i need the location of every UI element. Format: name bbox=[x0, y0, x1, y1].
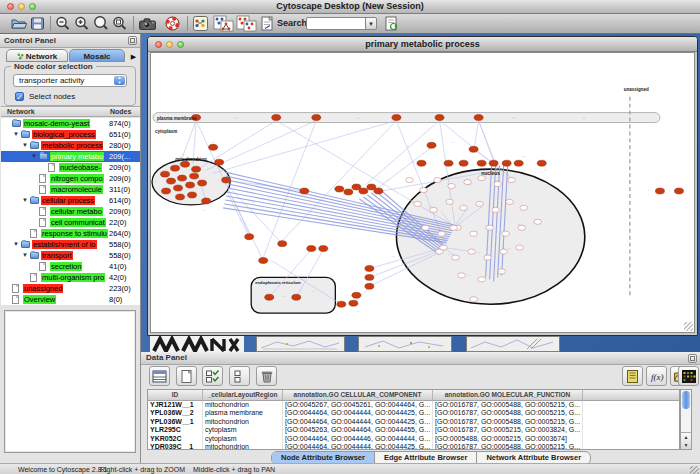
network-node[interactable] bbox=[162, 188, 171, 194]
disclosure-triangle-icon[interactable]: ▼ bbox=[22, 197, 28, 203]
app-resize-grip[interactable] bbox=[690, 466, 699, 474]
network-node[interactable] bbox=[259, 258, 268, 264]
network-node[interactable] bbox=[319, 246, 328, 252]
tree-row-cellular-process[interactable]: ▼cellular process614(0) bbox=[1, 195, 140, 206]
network-node[interactable] bbox=[448, 183, 456, 188]
network-node[interactable] bbox=[174, 185, 183, 191]
network-node[interactable] bbox=[215, 159, 224, 165]
zoom-selected-icon[interactable] bbox=[111, 15, 128, 32]
network-node[interactable] bbox=[161, 171, 170, 177]
network-node[interactable] bbox=[450, 225, 458, 230]
network-node[interactable] bbox=[537, 160, 546, 166]
network-node[interactable] bbox=[534, 219, 542, 224]
session-refresh-icon[interactable] bbox=[383, 15, 400, 32]
network-node[interactable] bbox=[430, 207, 438, 212]
table-scrollbar[interactable]: ▲▼ bbox=[680, 389, 692, 450]
function-builder-icon[interactable]: f(x) bbox=[646, 366, 667, 386]
network-node[interactable] bbox=[222, 177, 231, 183]
network-node[interactable] bbox=[192, 166, 201, 172]
tree-row-unassigned[interactable]: unassigned223(0) bbox=[1, 283, 140, 294]
table-row[interactable]: YPL036W__2plasma membrane[GO:0044464, GO… bbox=[148, 409, 679, 417]
network-node[interactable] bbox=[655, 188, 664, 194]
mosaic-partition-icon[interactable] bbox=[213, 15, 234, 32]
network-node[interactable] bbox=[508, 178, 516, 183]
network-node[interactable] bbox=[167, 178, 176, 184]
network-node[interactable] bbox=[272, 115, 281, 121]
tree-row-mosaic-demo-yeast[interactable]: mosaic-demo-yeast874(0) bbox=[1, 118, 140, 129]
network-node[interactable] bbox=[420, 187, 428, 192]
tab-network[interactable]: Network bbox=[6, 49, 68, 62]
save-icon[interactable] bbox=[29, 15, 46, 32]
tree-row-metabolic-process[interactable]: ▼metabolic process280(0) bbox=[1, 140, 140, 151]
network-node[interactable] bbox=[337, 301, 346, 307]
network-node[interactable] bbox=[202, 198, 211, 204]
network-node[interactable] bbox=[440, 245, 448, 250]
network-node[interactable] bbox=[484, 255, 492, 260]
network-node[interactable] bbox=[674, 188, 683, 194]
column-header[interactable]: annotation.GO CELLULAR_COMPONENT bbox=[283, 390, 433, 400]
table-row[interactable]: YJR121W__1mitochondrion[GO:0045267, GO:0… bbox=[148, 401, 679, 409]
zoom-out-icon[interactable] bbox=[54, 15, 71, 32]
network-overview-icon[interactable] bbox=[192, 15, 209, 32]
network-node[interactable] bbox=[186, 182, 195, 188]
annotation-page-icon[interactable] bbox=[259, 15, 276, 32]
network-node[interactable] bbox=[427, 142, 436, 148]
network-node[interactable] bbox=[374, 188, 383, 194]
network-node[interactable] bbox=[516, 245, 524, 250]
zoom-fit-icon[interactable] bbox=[92, 15, 109, 32]
network-node[interactable] bbox=[278, 241, 287, 247]
network-node[interactable] bbox=[458, 273, 466, 278]
network-node[interactable] bbox=[406, 178, 414, 183]
zoom-in-icon[interactable] bbox=[73, 15, 90, 32]
disclosure-triangle-icon[interactable]: ▼ bbox=[22, 252, 28, 258]
network-node[interactable] bbox=[492, 207, 500, 212]
column-header[interactable]: ID bbox=[148, 390, 203, 400]
snapshot-camera-icon[interactable] bbox=[138, 15, 155, 32]
network-node[interactable] bbox=[335, 186, 344, 192]
network-node[interactable] bbox=[417, 160, 426, 166]
background-window-thumbnail[interactable] bbox=[358, 336, 452, 352]
attribute-table[interactable]: ID_cellularLayoutRegionannotation.GO CEL… bbox=[147, 389, 680, 450]
select-attributes-icon[interactable] bbox=[202, 366, 223, 386]
network-node[interactable] bbox=[178, 175, 187, 181]
attribute-matrix-icon[interactable] bbox=[678, 366, 699, 386]
column-header[interactable]: annotation.GO MOLECULAR_FUNCTION bbox=[433, 390, 583, 400]
search-dropdown-arrow-icon[interactable]: ▼ bbox=[365, 17, 377, 30]
tree-row-overview[interactable]: Overview8(0) bbox=[1, 294, 140, 305]
node-color-dropdown[interactable]: transporter activity ▲▼ bbox=[13, 74, 127, 87]
network-node[interactable] bbox=[470, 231, 478, 236]
float-panel-icon[interactable] bbox=[688, 354, 697, 363]
network-tree-header[interactable]: Network Nodes bbox=[1, 106, 140, 117]
tab-overflow-arrow-icon[interactable]: ▶ bbox=[128, 51, 139, 62]
attribute-table-header[interactable]: ID_cellularLayoutRegionannotation.GO CEL… bbox=[148, 390, 679, 401]
network-node[interactable] bbox=[502, 160, 511, 166]
select-nodes-checkbox[interactable]: ✓ bbox=[15, 92, 24, 101]
minimize-window-button[interactable] bbox=[18, 3, 25, 10]
network-node[interactable] bbox=[459, 160, 468, 166]
network-node[interactable] bbox=[435, 115, 444, 121]
tree-row-secretion[interactable]: secretion41(0) bbox=[1, 261, 140, 272]
network-node[interactable] bbox=[468, 249, 476, 254]
delete-attribute-icon[interactable] bbox=[256, 366, 277, 386]
unselect-attributes-icon[interactable] bbox=[229, 366, 250, 386]
network-node[interactable] bbox=[452, 255, 460, 260]
network-node[interactable] bbox=[307, 246, 316, 252]
background-window-thumbnail[interactable] bbox=[466, 336, 560, 352]
disclosure-triangle-icon[interactable]: ▼ bbox=[22, 142, 28, 148]
network-node[interactable] bbox=[414, 201, 422, 206]
network-node[interactable] bbox=[352, 292, 361, 298]
network-node[interactable] bbox=[478, 176, 486, 181]
window-resize-grip[interactable] bbox=[684, 322, 693, 331]
network-node[interactable] bbox=[392, 115, 401, 121]
scrollbar-thumb[interactable] bbox=[682, 391, 690, 409]
table-row[interactable]: YKR052Ccytoplasm[GO:0044464, GO:0044446,… bbox=[148, 435, 679, 443]
open-file-icon[interactable] bbox=[10, 15, 27, 32]
network-node[interactable] bbox=[176, 194, 185, 200]
network-node[interactable] bbox=[444, 160, 453, 166]
help-lifering-icon[interactable] bbox=[164, 15, 181, 32]
tree-row-transport[interactable]: ▼transport558(0) bbox=[1, 250, 140, 261]
tree-row-primary-metabo[interactable]: ▼primary metabo209(... bbox=[1, 151, 140, 162]
close-network-window-button[interactable] bbox=[155, 41, 162, 48]
disclosure-triangle-icon[interactable]: ▼ bbox=[13, 241, 19, 247]
tab-mosaic[interactable]: Mosaic bbox=[69, 49, 125, 62]
